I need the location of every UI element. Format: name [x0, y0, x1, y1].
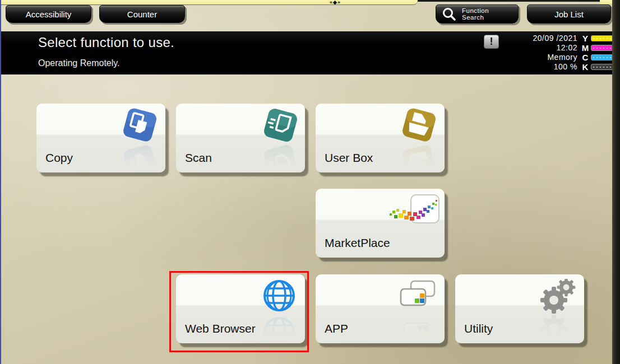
- toner-row-yellow: Y: [580, 34, 613, 43]
- accessibility-label: Accessibility: [26, 10, 72, 19]
- toner-row-magenta: M: [580, 43, 613, 53]
- app-tile[interactable]: APP: [316, 274, 445, 343]
- page-title: Select function to use.: [38, 35, 174, 50]
- utility-icon: [540, 279, 576, 315]
- right-bezel: [612, 0, 620, 364]
- status-readouts: 20/09 /2021 12:02 Memory 100 %: [533, 34, 577, 72]
- mfp-home-screen: «◆» Accessibility Counter Function Searc…: [0, 0, 620, 364]
- top-strip-dark-gap: [418, 0, 603, 2]
- scan-tile[interactable]: Scan: [176, 104, 305, 172]
- status-header: Select function to use. Operating Remote…: [0, 31, 620, 74]
- scroll-indicator-icon: «◆»: [330, 0, 341, 5]
- search-icon: [442, 7, 456, 21]
- app-icon-reflection: [401, 314, 437, 349]
- user-box-tile[interactable]: User Box: [316, 104, 445, 172]
- copy-icon: [118, 104, 161, 148]
- utility-tile[interactable]: Utility: [455, 274, 584, 343]
- scan-tile-label: Scan: [185, 150, 212, 165]
- copy-tile-label: Copy: [45, 150, 73, 165]
- date-readout: 20/09 /2021: [533, 34, 577, 43]
- toner-bar-black: [591, 64, 613, 70]
- scan-icon: [257, 104, 301, 148]
- web-browser-tile[interactable]: Web Browser: [176, 274, 305, 343]
- function-search-button[interactable]: Function Search: [436, 4, 519, 24]
- memory-value: 100 %: [533, 62, 577, 72]
- copy-icon-reflection: [122, 143, 158, 179]
- utility-tile-label: Utility: [464, 321, 493, 336]
- counter-button[interactable]: Counter: [99, 5, 185, 23]
- memory-label: Memory: [533, 53, 577, 62]
- function-search-label-line1: Function: [462, 7, 489, 14]
- user-box-icon-reflection: [401, 143, 437, 179]
- utility-icon-reflection: [540, 314, 576, 349]
- user-box-tile-label: User Box: [325, 150, 373, 165]
- web-browser-tile-label: Web Browser: [185, 321, 256, 336]
- web-browser-icon-reflection: [261, 314, 297, 349]
- user-box-icon: [397, 104, 441, 148]
- time-readout: 12:02: [533, 43, 577, 53]
- toner-bar-yellow: [591, 35, 613, 41]
- marketplace-icon: [387, 192, 441, 228]
- toner-bar-magenta: [591, 45, 613, 51]
- toner-row-black: K: [580, 62, 613, 72]
- toner-row-cyan: C: [580, 53, 613, 62]
- app-tile-label: APP: [325, 321, 348, 336]
- web-browser-icon: [261, 279, 297, 315]
- accessibility-button[interactable]: Accessibility: [6, 5, 91, 23]
- warning-icon[interactable]: !: [484, 35, 499, 49]
- left-edge-border: [0, 0, 1, 364]
- toner-bar-cyan: [591, 54, 613, 60]
- toner-gauges: Y M C K: [580, 34, 613, 72]
- copy-tile[interactable]: Copy: [36, 104, 165, 172]
- app-icon: [397, 279, 437, 312]
- marketplace-tile[interactable]: MarketPlace: [316, 189, 445, 258]
- remote-operation-status: Operating Remotely.: [38, 58, 120, 68]
- counter-label: Counter: [127, 10, 157, 19]
- marketplace-tile-label: MarketPlace: [325, 235, 390, 250]
- job-list-button[interactable]: Job List: [527, 4, 611, 24]
- function-search-label-line2: Search: [462, 14, 489, 21]
- scan-icon-reflection: [261, 143, 297, 179]
- job-list-label: Job List: [554, 10, 584, 19]
- top-strip: «◆»: [0, 0, 418, 5]
